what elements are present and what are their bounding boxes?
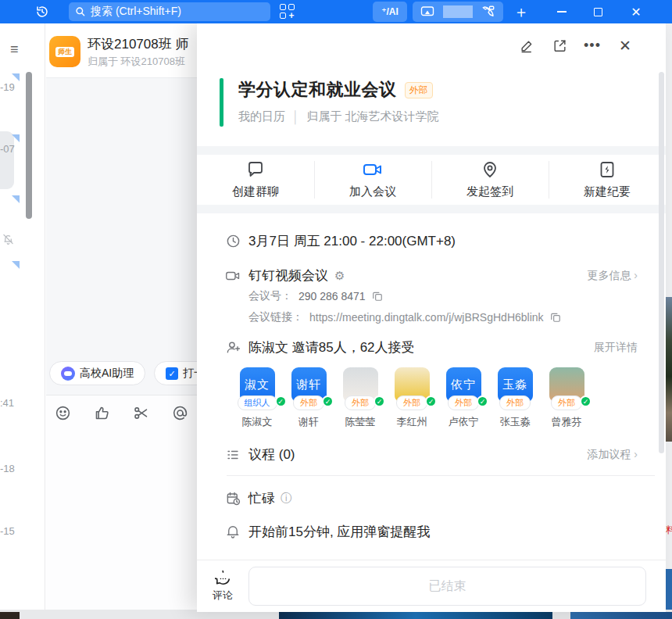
emoji-icon[interactable] (55, 405, 71, 421)
scissors-icon[interactable] (133, 405, 149, 421)
app-window: 搜索 (Ctrl+Shift+F) + ⁺/AI ＋ ✕ ≡ -19 -07 (0, 0, 672, 619)
attendee-chip[interactable]: 外部 ✓ 曾雅芬 (544, 367, 589, 429)
join-meeting-button[interactable]: 加入会议 (314, 155, 431, 205)
info-icon[interactable]: ⓘ (281, 492, 291, 506)
reminder-text: 开始前15分钟, 应用弹窗提醒我 (248, 523, 430, 541)
attendee-chip[interactable]: 淑文 组织人 ✓ 陈淑文 (234, 367, 280, 429)
more-options-icon[interactable]: ••• (584, 38, 600, 53)
minimize-button[interactable] (549, 0, 575, 23)
comment-button[interactable]: 评论 (197, 571, 248, 603)
attendee-name: 曾雅芬 (552, 415, 582, 429)
meeting-name: 钉钉视频会议 (248, 267, 328, 284)
calendar-name: 我的日历 (238, 109, 285, 124)
new-minutes-button[interactable]: 新建纪要 (549, 155, 666, 205)
calendar-color-bar (220, 78, 223, 127)
panel-action-bar: ••• ✕ (519, 38, 633, 53)
accepted-check-icon: ✓ (322, 395, 334, 407)
menu-icon[interactable]: ≡ (10, 43, 26, 55)
corner-marker (12, 73, 20, 81)
mention-icon[interactable] (172, 405, 188, 421)
screen-cast-icon[interactable] (413, 5, 443, 18)
event-time: 3月7日 周五 21:00 - 22:00(GMT+8) (248, 232, 456, 250)
location-pin-icon (481, 160, 499, 179)
list-time: -18 (0, 463, 15, 474)
corner-marker (12, 195, 20, 203)
new-window-icon[interactable]: ＋ (509, 0, 533, 23)
attendee-name: 陈莹莹 (345, 415, 376, 429)
attendee-chip[interactable]: 谢轩 外部 ✓ 谢轩 (286, 367, 331, 429)
role-badge: 外部 (448, 395, 479, 410)
list-time: -15 (0, 525, 15, 537)
attendee-list: 淑文 组织人 ✓ 陈淑文 谢轩 外部 ✓ 谢轩 外部 (234, 367, 589, 429)
event-detail-panel: ••• ✕ 学分认定和就业会议 外部 我的日历 │ 归属于 北海艺术设计学院 (197, 23, 666, 612)
create-group-chat-button[interactable]: 创建群聊 (197, 155, 314, 205)
corner-marker (12, 134, 20, 142)
ended-button[interactable]: 已结束 (248, 567, 646, 606)
more-info-link[interactable]: 更多信息 › (587, 269, 638, 283)
event-title: 学分认定和就业会议 (238, 78, 397, 102)
accepted-check-icon: ✓ (425, 395, 437, 407)
list-time: -19 (0, 81, 15, 93)
role-badge: 外部 (293, 395, 324, 410)
quick-action-ai-assistant[interactable]: 高校AI助理 (49, 361, 145, 385)
checkbox-icon: ✓ (166, 367, 178, 380)
accepted-check-icon: ✓ (580, 395, 592, 407)
search-input[interactable]: 搜索 (Ctrl+Shift+F) (69, 2, 270, 21)
expand-details-link[interactable]: 展开详情 (594, 341, 638, 355)
copy-icon[interactable] (550, 312, 561, 323)
panel-close-icon[interactable]: ✕ (617, 38, 633, 53)
meeting-id: 290 286 8471 (298, 290, 366, 302)
attendees-icon (225, 340, 241, 355)
list-time: :41 (0, 397, 14, 409)
blue-image-fragment (279, 612, 552, 619)
attendee-name: 张玉淼 (500, 415, 531, 429)
minutes-doc-icon (598, 160, 617, 179)
search-placeholder: 搜索 (Ctrl+Shift+F) (91, 5, 181, 19)
busy-status-icon (225, 491, 241, 506)
robot-icon (61, 367, 75, 381)
start-checkin-button[interactable]: 发起签到 (431, 155, 549, 205)
add-agenda-link[interactable]: 添加议程 › (587, 448, 638, 462)
panel-scrollbar[interactable] (659, 72, 664, 453)
video-camera-icon (363, 160, 383, 179)
photo-thumbnail-edge (666, 297, 672, 442)
reminder-bell-icon (225, 524, 241, 539)
role-badge: 外部 (345, 395, 376, 410)
ai-translate-button[interactable]: ⁺/AI (373, 2, 407, 22)
meeting-link[interactable]: https://meeting.dingtalk.com/j/wjBRSgHdH… (309, 311, 544, 324)
attendee-name: 卢依宁 (449, 415, 479, 429)
apps-grid-icon[interactable]: + (280, 4, 295, 20)
accepted-check-icon: ✓ (275, 395, 287, 407)
dark-fragment (0, 612, 20, 619)
event-title-block: 学分认定和就业会议 外部 我的日历 │ 归属于 北海艺术设计学院 (220, 78, 439, 127)
cast-call-group (413, 2, 503, 22)
clock-icon (225, 234, 241, 249)
window-close-button[interactable]: ✕ (622, 0, 650, 23)
video-call-icon[interactable] (473, 5, 503, 19)
list-time: -07 (0, 143, 15, 155)
gear-icon[interactable]: ⚙ (334, 269, 345, 283)
role-badge: 外部 (551, 395, 582, 410)
group-avatar[interactable]: 师生 (49, 36, 80, 67)
role-badge: 组织人 (238, 395, 277, 410)
attendee-chip[interactable]: 玉淼 外部 ✓ 张玉淼 (492, 367, 538, 429)
attendee-name: 李红州 (397, 415, 427, 429)
meeting-id-label: 会议号： (248, 289, 292, 303)
attendee-name: 谢轩 (298, 415, 319, 429)
history-icon[interactable] (33, 2, 52, 21)
list-scrollbar[interactable] (26, 72, 32, 219)
edit-icon[interactable] (519, 38, 534, 53)
maximize-button[interactable] (584, 0, 611, 23)
belongs-to: 归属于 北海艺术设计学院 (306, 109, 438, 124)
chat-subtitle: 归属于 环设210708班 (88, 55, 185, 69)
attendee-chip[interactable]: 依宁 外部 ✓ 卢依宁 (441, 367, 486, 429)
thumbs-up-icon[interactable] (94, 405, 110, 421)
copy-icon[interactable] (372, 291, 383, 302)
blue-image-fragment (570, 612, 672, 619)
attendee-chip[interactable]: 外部 ✓ 李红州 (389, 367, 434, 429)
busy-status: 忙碌 (248, 489, 275, 507)
open-external-icon[interactable] (552, 38, 567, 53)
comment-icon (215, 571, 231, 587)
attendee-chip[interactable]: 外部 ✓ 陈莹莹 (338, 367, 383, 429)
chat-toolbar (55, 405, 188, 421)
